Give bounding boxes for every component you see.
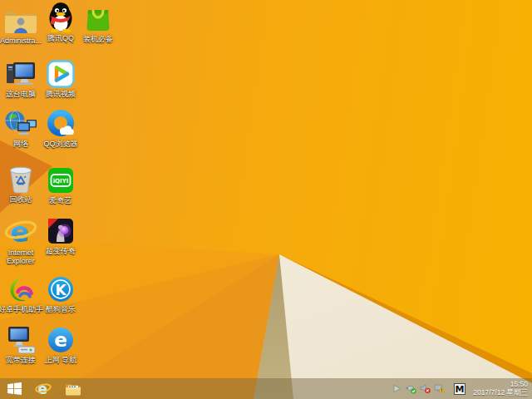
tray-media-play[interactable] xyxy=(391,382,402,396)
haozhuo-logo-icon xyxy=(7,275,35,303)
desktop-icon-iqiyi[interactable]: iQIYI 爱奇艺 xyxy=(36,165,86,204)
icon-label: 腾讯视频 xyxy=(46,90,76,98)
web-navigation-icon: e xyxy=(47,326,75,354)
taskbar-file-explorer[interactable] xyxy=(60,378,86,399)
desktop-icon-zhuangji-bibei[interactable]: 装机必备 xyxy=(73,3,123,43)
ime-m-icon: M xyxy=(454,383,466,395)
desktop-icon-kugou-music[interactable]: K 酷狗音乐 xyxy=(36,273,86,313)
tencent-video-icon xyxy=(47,60,75,88)
network-globe-icon xyxy=(4,110,37,138)
tray-usb-safely-remove[interactable] xyxy=(405,382,416,396)
system-tray: M 15:50 2017/7/12 星期三 xyxy=(391,378,532,399)
iqiyi-icon: iQIYI xyxy=(47,166,75,195)
icon-label: 回收站 xyxy=(10,195,32,204)
svg-text:e: e xyxy=(38,381,48,397)
tray-volume-muted[interactable] xyxy=(419,382,431,396)
clock-date: 2017/7/12 星期三 xyxy=(473,389,528,397)
taskbar-internet-explorer[interactable]: e xyxy=(30,378,57,399)
user-folder-icon xyxy=(4,7,37,35)
icon-label: 超变传奇 xyxy=(46,247,76,255)
icon-label: 宽带连接 xyxy=(6,356,36,364)
icon-label: 爱奇艺 xyxy=(50,196,72,204)
desktop-icon-chaobian-chuanqi[interactable]: 超变传奇 xyxy=(36,215,86,255)
game-icon xyxy=(47,217,75,245)
recycle-bin-icon xyxy=(7,163,35,194)
icon-label: 装机必备 xyxy=(83,35,113,43)
desktop-screen: Administra... 腾讯QQ xyxy=(0,0,532,399)
computer-icon xyxy=(4,62,37,88)
icon-label: QQ浏览器 xyxy=(43,140,77,148)
desktop-icon-web-navigation[interactable]: e 上网 导航 xyxy=(36,324,86,364)
play-icon xyxy=(392,384,401,393)
svg-text:K: K xyxy=(55,282,66,298)
svg-text:M: M xyxy=(456,384,465,395)
qq-penguin-icon xyxy=(47,1,75,32)
desktop-icon-qq-browser[interactable]: QQ浏览器 xyxy=(36,108,86,148)
icon-label: 腾讯QQ xyxy=(47,34,74,42)
internet-explorer-icon: e xyxy=(4,216,37,247)
tray-network-warning[interactable] xyxy=(433,382,445,396)
icon-label: 酷狗音乐 xyxy=(46,305,76,313)
icon-label: 网络 xyxy=(13,140,28,148)
qq-browser-icon xyxy=(47,110,75,138)
taskbar-clock[interactable]: 15:50 2017/7/12 星期三 xyxy=(473,381,528,397)
file-explorer-icon xyxy=(65,382,81,396)
svg-text:iQIYI: iQIYI xyxy=(53,178,69,185)
svg-text:e: e xyxy=(54,329,67,351)
tray-ime-indicator[interactable]: M xyxy=(454,382,466,396)
network-warning-icon xyxy=(434,383,445,394)
icon-label: 这台电脑 xyxy=(6,90,36,98)
taskbar: e xyxy=(0,378,532,399)
icon-label: 上网 导航 xyxy=(45,356,77,364)
usb-device-icon xyxy=(406,383,416,394)
green-bag-icon xyxy=(84,4,112,33)
broadband-icon xyxy=(4,326,37,354)
start-button[interactable] xyxy=(2,378,27,399)
kugou-music-icon: K xyxy=(47,275,75,303)
speaker-muted-icon xyxy=(420,383,431,394)
desktop-icon-tencent-video[interactable]: 腾讯视频 xyxy=(36,58,86,98)
windows-logo-icon xyxy=(7,382,22,395)
internet-explorer-icon: e xyxy=(35,381,52,397)
